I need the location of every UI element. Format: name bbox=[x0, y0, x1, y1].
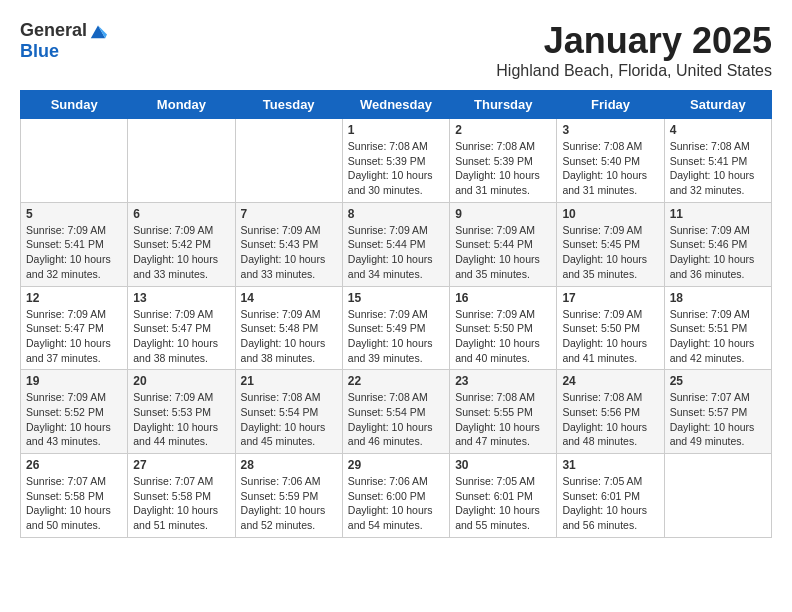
day-info: Sunrise: 7:07 AMSunset: 5:58 PMDaylight:… bbox=[133, 474, 229, 533]
day-number: 27 bbox=[133, 458, 229, 472]
calendar-week-row: 1Sunrise: 7:08 AMSunset: 5:39 PMDaylight… bbox=[21, 119, 772, 203]
day-number: 2 bbox=[455, 123, 551, 137]
day-number: 21 bbox=[241, 374, 337, 388]
day-number: 3 bbox=[562, 123, 658, 137]
day-number: 23 bbox=[455, 374, 551, 388]
day-number: 24 bbox=[562, 374, 658, 388]
calendar-cell bbox=[664, 454, 771, 538]
calendar-cell: 25Sunrise: 7:07 AMSunset: 5:57 PMDayligh… bbox=[664, 370, 771, 454]
day-number: 17 bbox=[562, 291, 658, 305]
day-info: Sunrise: 7:08 AMSunset: 5:39 PMDaylight:… bbox=[348, 139, 444, 198]
day-number: 8 bbox=[348, 207, 444, 221]
logo: General Blue bbox=[20, 20, 107, 62]
calendar-cell: 13Sunrise: 7:09 AMSunset: 5:47 PMDayligh… bbox=[128, 286, 235, 370]
day-info: Sunrise: 7:09 AMSunset: 5:53 PMDaylight:… bbox=[133, 390, 229, 449]
day-info: Sunrise: 7:09 AMSunset: 5:42 PMDaylight:… bbox=[133, 223, 229, 282]
calendar-cell: 8Sunrise: 7:09 AMSunset: 5:44 PMDaylight… bbox=[342, 202, 449, 286]
calendar-cell: 28Sunrise: 7:06 AMSunset: 5:59 PMDayligh… bbox=[235, 454, 342, 538]
day-info: Sunrise: 7:09 AMSunset: 5:44 PMDaylight:… bbox=[455, 223, 551, 282]
calendar-table: SundayMondayTuesdayWednesdayThursdayFrid… bbox=[20, 90, 772, 538]
day-info: Sunrise: 7:09 AMSunset: 5:49 PMDaylight:… bbox=[348, 307, 444, 366]
day-info: Sunrise: 7:05 AMSunset: 6:01 PMDaylight:… bbox=[455, 474, 551, 533]
calendar-cell: 7Sunrise: 7:09 AMSunset: 5:43 PMDaylight… bbox=[235, 202, 342, 286]
calendar-cell: 20Sunrise: 7:09 AMSunset: 5:53 PMDayligh… bbox=[128, 370, 235, 454]
day-number: 9 bbox=[455, 207, 551, 221]
calendar-cell: 3Sunrise: 7:08 AMSunset: 5:40 PMDaylight… bbox=[557, 119, 664, 203]
calendar-header-monday: Monday bbox=[128, 91, 235, 119]
calendar-cell: 12Sunrise: 7:09 AMSunset: 5:47 PMDayligh… bbox=[21, 286, 128, 370]
day-number: 1 bbox=[348, 123, 444, 137]
day-number: 22 bbox=[348, 374, 444, 388]
calendar-week-row: 12Sunrise: 7:09 AMSunset: 5:47 PMDayligh… bbox=[21, 286, 772, 370]
calendar-cell: 2Sunrise: 7:08 AMSunset: 5:39 PMDaylight… bbox=[450, 119, 557, 203]
calendar-cell: 15Sunrise: 7:09 AMSunset: 5:49 PMDayligh… bbox=[342, 286, 449, 370]
day-number: 6 bbox=[133, 207, 229, 221]
day-number: 5 bbox=[26, 207, 122, 221]
calendar-week-row: 26Sunrise: 7:07 AMSunset: 5:58 PMDayligh… bbox=[21, 454, 772, 538]
calendar-header-wednesday: Wednesday bbox=[342, 91, 449, 119]
calendar-header-sunday: Sunday bbox=[21, 91, 128, 119]
day-info: Sunrise: 7:07 AMSunset: 5:58 PMDaylight:… bbox=[26, 474, 122, 533]
calendar-cell: 14Sunrise: 7:09 AMSunset: 5:48 PMDayligh… bbox=[235, 286, 342, 370]
calendar-cell: 29Sunrise: 7:06 AMSunset: 6:00 PMDayligh… bbox=[342, 454, 449, 538]
day-info: Sunrise: 7:08 AMSunset: 5:39 PMDaylight:… bbox=[455, 139, 551, 198]
calendar-cell: 31Sunrise: 7:05 AMSunset: 6:01 PMDayligh… bbox=[557, 454, 664, 538]
calendar-cell: 6Sunrise: 7:09 AMSunset: 5:42 PMDaylight… bbox=[128, 202, 235, 286]
calendar-cell: 1Sunrise: 7:08 AMSunset: 5:39 PMDaylight… bbox=[342, 119, 449, 203]
calendar-cell: 22Sunrise: 7:08 AMSunset: 5:54 PMDayligh… bbox=[342, 370, 449, 454]
calendar-cell: 5Sunrise: 7:09 AMSunset: 5:41 PMDaylight… bbox=[21, 202, 128, 286]
day-number: 31 bbox=[562, 458, 658, 472]
day-number: 19 bbox=[26, 374, 122, 388]
day-info: Sunrise: 7:08 AMSunset: 5:41 PMDaylight:… bbox=[670, 139, 766, 198]
calendar-cell bbox=[235, 119, 342, 203]
calendar-cell: 21Sunrise: 7:08 AMSunset: 5:54 PMDayligh… bbox=[235, 370, 342, 454]
calendar-cell: 4Sunrise: 7:08 AMSunset: 5:41 PMDaylight… bbox=[664, 119, 771, 203]
calendar-cell: 27Sunrise: 7:07 AMSunset: 5:58 PMDayligh… bbox=[128, 454, 235, 538]
calendar-header-tuesday: Tuesday bbox=[235, 91, 342, 119]
calendar-week-row: 5Sunrise: 7:09 AMSunset: 5:41 PMDaylight… bbox=[21, 202, 772, 286]
calendar-cell bbox=[128, 119, 235, 203]
calendar-subtitle: Highland Beach, Florida, United States bbox=[496, 62, 772, 80]
day-info: Sunrise: 7:08 AMSunset: 5:54 PMDaylight:… bbox=[241, 390, 337, 449]
calendar-cell: 24Sunrise: 7:08 AMSunset: 5:56 PMDayligh… bbox=[557, 370, 664, 454]
day-number: 29 bbox=[348, 458, 444, 472]
day-info: Sunrise: 7:09 AMSunset: 5:47 PMDaylight:… bbox=[133, 307, 229, 366]
day-info: Sunrise: 7:09 AMSunset: 5:48 PMDaylight:… bbox=[241, 307, 337, 366]
logo-general-text: General bbox=[20, 20, 87, 41]
day-info: Sunrise: 7:08 AMSunset: 5:55 PMDaylight:… bbox=[455, 390, 551, 449]
day-info: Sunrise: 7:08 AMSunset: 5:56 PMDaylight:… bbox=[562, 390, 658, 449]
day-info: Sunrise: 7:09 AMSunset: 5:47 PMDaylight:… bbox=[26, 307, 122, 366]
day-info: Sunrise: 7:09 AMSunset: 5:50 PMDaylight:… bbox=[455, 307, 551, 366]
logo-blue-text: Blue bbox=[20, 41, 59, 62]
calendar-cell: 30Sunrise: 7:05 AMSunset: 6:01 PMDayligh… bbox=[450, 454, 557, 538]
day-number: 7 bbox=[241, 207, 337, 221]
day-number: 4 bbox=[670, 123, 766, 137]
day-info: Sunrise: 7:08 AMSunset: 5:54 PMDaylight:… bbox=[348, 390, 444, 449]
day-info: Sunrise: 7:06 AMSunset: 6:00 PMDaylight:… bbox=[348, 474, 444, 533]
calendar-header-row: SundayMondayTuesdayWednesdayThursdayFrid… bbox=[21, 91, 772, 119]
calendar-cell: 9Sunrise: 7:09 AMSunset: 5:44 PMDaylight… bbox=[450, 202, 557, 286]
calendar-cell: 19Sunrise: 7:09 AMSunset: 5:52 PMDayligh… bbox=[21, 370, 128, 454]
day-info: Sunrise: 7:09 AMSunset: 5:44 PMDaylight:… bbox=[348, 223, 444, 282]
day-number: 14 bbox=[241, 291, 337, 305]
calendar-cell: 10Sunrise: 7:09 AMSunset: 5:45 PMDayligh… bbox=[557, 202, 664, 286]
day-number: 18 bbox=[670, 291, 766, 305]
calendar-title: January 2025 bbox=[496, 20, 772, 62]
day-info: Sunrise: 7:09 AMSunset: 5:50 PMDaylight:… bbox=[562, 307, 658, 366]
day-number: 15 bbox=[348, 291, 444, 305]
logo-icon bbox=[89, 22, 107, 40]
day-info: Sunrise: 7:09 AMSunset: 5:43 PMDaylight:… bbox=[241, 223, 337, 282]
day-info: Sunrise: 7:08 AMSunset: 5:40 PMDaylight:… bbox=[562, 139, 658, 198]
day-number: 16 bbox=[455, 291, 551, 305]
calendar-header-saturday: Saturday bbox=[664, 91, 771, 119]
day-number: 30 bbox=[455, 458, 551, 472]
calendar-cell: 11Sunrise: 7:09 AMSunset: 5:46 PMDayligh… bbox=[664, 202, 771, 286]
calendar-week-row: 19Sunrise: 7:09 AMSunset: 5:52 PMDayligh… bbox=[21, 370, 772, 454]
calendar-cell: 18Sunrise: 7:09 AMSunset: 5:51 PMDayligh… bbox=[664, 286, 771, 370]
day-number: 20 bbox=[133, 374, 229, 388]
day-number: 28 bbox=[241, 458, 337, 472]
calendar-header-friday: Friday bbox=[557, 91, 664, 119]
calendar-cell: 26Sunrise: 7:07 AMSunset: 5:58 PMDayligh… bbox=[21, 454, 128, 538]
day-number: 12 bbox=[26, 291, 122, 305]
day-info: Sunrise: 7:09 AMSunset: 5:51 PMDaylight:… bbox=[670, 307, 766, 366]
